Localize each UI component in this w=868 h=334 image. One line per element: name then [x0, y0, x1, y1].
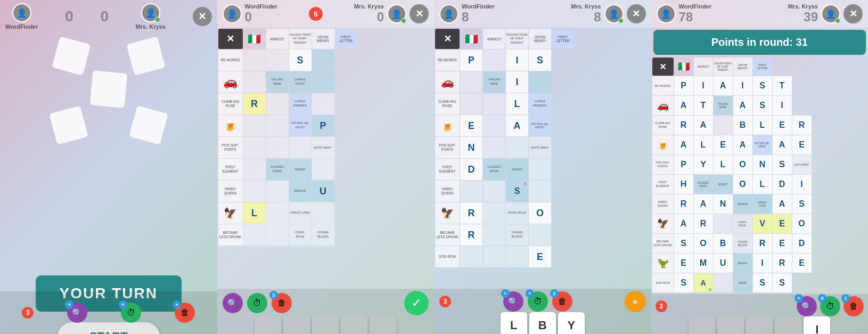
p3-cell-r2-wine: ITALIANWINE — [483, 71, 505, 93]
p3-cell-r7c4 — [529, 181, 551, 202]
nav-badge-area: 3 — [22, 307, 34, 319]
p3-row6: FIRST ELEMENT D CLASSICSONG SCENT — [435, 159, 650, 180]
p2-player2-info: Mrs. Kryss 0 — [354, 3, 384, 25]
p4-r2c6: I — [773, 96, 792, 115]
p4-tile-I[interactable]: I — [804, 316, 830, 334]
p2-cell-r1c1 — [243, 50, 266, 71]
p3-cell-A: A — [506, 115, 528, 136]
p4-r2-wine: ITALIANWINE — [714, 96, 733, 115]
powerup-trash[interactable]: 🗑 + — [175, 303, 195, 323]
p4-r7c2: A — [694, 194, 713, 214]
p2-powerup-trash[interactable]: 🗑 3 — [272, 293, 292, 313]
p4-powerup-trash[interactable]: 🗑 1 — [844, 296, 864, 316]
p3-cat1: RE-WORDS — [435, 50, 460, 71]
p4-r1c6: T — [773, 76, 792, 95]
p4-powerup-clock[interactable]: ⏱ 0 — [820, 296, 840, 316]
p2-cat-beer-icon: 🍺 — [218, 115, 243, 136]
p2-cell-r6-scent: SCENT — [289, 159, 312, 180]
p3-bottom-row1: 3 🔍 + ⏱ + 🗑 2 » — [436, 291, 649, 312]
p4-r11c5: S — [753, 273, 772, 292]
p3-letter-tiles: L B Y — [501, 312, 585, 334]
player1-avatar-wrapper: 👤 — [12, 3, 31, 22]
p3-cell-r4c2 — [483, 115, 505, 136]
p3-powerup-trash[interactable]: 🗑 2 — [552, 291, 572, 312]
p4-r2c2: T — [694, 96, 713, 115]
p3-player2-name: Mrs. Kryss — [571, 3, 601, 10]
p3-cell-E2: E — [529, 246, 551, 267]
p4-bottom-bar: 3 🔍 + ⏱ 0 🗑 1 I — [651, 294, 869, 334]
p2-cell-r6c4 — [312, 159, 334, 180]
p4-r8c6: E — [773, 214, 792, 233]
header-panel3: 👤 WordFinder 8 Mrs. Kryss 8 👤 ✕ — [434, 0, 651, 28]
p2-slot-3 — [312, 315, 339, 334]
player2-info: 👤 Mrs. Kryss — [136, 3, 166, 30]
x-tile-br — [129, 105, 168, 144]
p3-forward-button[interactable]: » — [625, 291, 646, 312]
p4-r8c2: R — [694, 214, 713, 233]
p3-powerup-search[interactable]: 🔍 + — [503, 291, 523, 312]
p4-player1-name: WordFinder — [679, 3, 712, 10]
p3-cell-r2c4 — [529, 71, 551, 93]
p4-row4: 🍺 A L E A PITTED OIL FRUIT A E — [652, 135, 867, 154]
p3-top-row: ✕ 🇮🇹 ARREST DAUGH-TERS OF STEP-PARENT GR… — [435, 29, 650, 49]
p4-player2-name: Mrs. Kryss — [788, 3, 818, 10]
p3-cell-r7c2 — [483, 181, 505, 202]
p3-x-btn[interactable]: ✕ — [435, 29, 460, 49]
p2-cell-r9-young: YOUNG BLOOD — [312, 224, 334, 246]
p3-daughters-header: DAUGH-TERS OF STEP-PARENT — [506, 29, 528, 49]
p2-clock-icon[interactable]: ⏱ — [247, 293, 267, 313]
powerup-clock[interactable]: ⏱ + — [121, 303, 141, 323]
p2-x-btn[interactable]: ✕ — [218, 29, 243, 49]
p3-cell-L: L — [506, 93, 528, 115]
p2-row-pod: POD SUP-PORTS EATS AWAY — [218, 137, 433, 158]
p4-r10c7: E — [792, 254, 812, 273]
p4-cat3: CLIMB-ING ROSE — [652, 116, 674, 135]
p2-search-icon[interactable]: 🔍 — [223, 293, 243, 313]
p4-r8c1: A — [674, 214, 693, 233]
p3-powerup-clock[interactable]: ⏱ + — [528, 291, 548, 312]
p3-tile-L[interactable]: L — [501, 312, 527, 334]
p4-x-btn[interactable]: ✕ — [652, 58, 674, 76]
p2-cell-r9-overrule: OVER-RULE — [289, 224, 312, 246]
p3-cell-r7c1 — [460, 181, 482, 202]
p2-confirm-button[interactable]: ✓ — [404, 291, 429, 315]
p4-cat1: RE-WORDS — [652, 76, 674, 95]
p4-close-button[interactable]: ✕ — [844, 4, 863, 23]
p3-close-button[interactable]: ✕ — [627, 4, 646, 23]
p3-row4: 🍺 E A PITTED OIL FRUIT — [435, 115, 650, 136]
p4-r4c1: A — [674, 135, 693, 154]
p4-row6: FIRST ELEMENT H CLASSICSONG SCENT O L D … — [652, 175, 867, 194]
p3-cat7: HINDU QUEEN — [435, 181, 460, 202]
close-button[interactable]: ✕ — [193, 7, 212, 26]
p3-row5: POD SUP-PORTS N EATS AWAY — [435, 137, 650, 158]
p3-tile-Y[interactable]: Y — [558, 312, 585, 334]
p2-cell-r9c1 — [243, 224, 266, 246]
nav-badge: 3 — [22, 307, 34, 319]
p2-player2-score: 0 — [377, 10, 384, 25]
p3-cell-r6-scent: SCENT — [506, 159, 528, 180]
p4-player1-info: WordFinder 78 — [679, 3, 712, 25]
p4-row1: RE-WORDS P I A I S T — [652, 76, 867, 95]
p2-powerup-search[interactable]: 🔍 — [223, 293, 243, 313]
p4-cat4-icon: 🍺 — [652, 135, 674, 154]
p2-powerup-clock[interactable]: ⏱ — [247, 293, 267, 313]
p2-close-button[interactable]: ✕ — [410, 4, 429, 23]
p2-cell-r8c2 — [266, 202, 289, 224]
p4-r9c5: R — [753, 234, 772, 253]
p2-cell-r8-L: L — [243, 202, 266, 224]
p2-cell-r4c1 — [243, 115, 266, 136]
p3-cell-eats: EATS AWAY — [529, 137, 551, 158]
p3-row2: 🚗 ITALIANWINE I — [435, 71, 650, 93]
p2-cell-r8-greatlake: GREAT LAKE — [289, 202, 312, 224]
powerup-search[interactable]: 🔍 + — [67, 303, 87, 323]
p4-powerup-search[interactable]: 🔍 + — [797, 296, 817, 316]
player1-score: 0 — [65, 8, 73, 25]
p3-tile-B[interactable]: B — [529, 312, 556, 334]
p4-r11c2: A G — [694, 273, 713, 292]
p4-r2c1: A — [674, 96, 693, 115]
player1-info: 👤 WordFinder — [5, 3, 38, 30]
p2-bottom-row1: 🔍 ⏱ 🗑 3 ✓ — [219, 291, 432, 315]
player2-avatar-wrapper: 👤 — [141, 3, 160, 22]
p4-grid: RE-WORDS P I A I S T 🚗 A T ITALIANWINE A… — [652, 76, 867, 292]
p2-cell-r8c4 — [312, 202, 334, 224]
